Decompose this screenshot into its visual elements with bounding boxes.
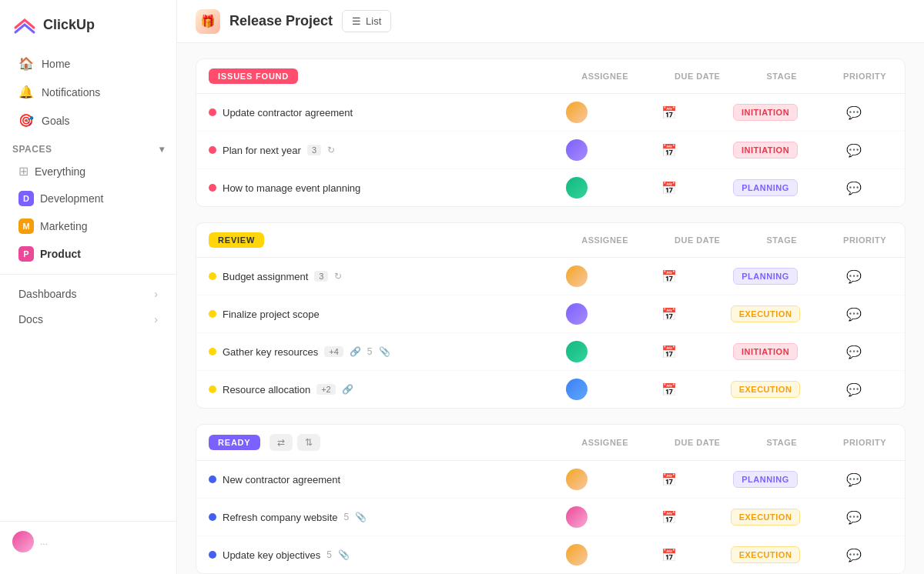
task-row[interactable]: Finalize project scope 📅 EXECUTION 💬 [196,295,905,333]
col-duedate-2: DUE DATE [675,438,720,447]
cycle-icon: ↻ [327,145,335,155]
main-content: 🎁 Release Project ☰ List ISSUES FOUND AS… [177,0,924,574]
home-icon: 🏠 [18,56,34,71]
docs-label: Docs [18,313,43,325]
sidebar-item-marketing[interactable]: M Marketing [6,213,170,239]
task-dot [209,513,216,521]
col-stage-1: STAGE [766,235,797,245]
task-dot [209,184,216,192]
stage-badge: EXECUTION [731,305,801,322]
dashboards-label: Dashboards [18,288,77,300]
task-row[interactable]: Gather key resources +4 🔗 5 📎 📅 INITIATI… [196,333,905,371]
nav-home[interactable]: 🏠 Home [6,50,170,77]
comment-icon: 💬 [846,382,862,397]
avatar [566,177,588,199]
comment-icon: 💬 [846,143,862,158]
nav-goals-label: Goals [42,115,70,127]
chevron-down-icon: ▾ [159,144,165,155]
link-icon: 🔗 [350,346,361,357]
calendar-icon: 📅 [661,548,677,562]
task-extra: +2 [316,384,336,395]
task-row[interactable]: How to manage event planning 📅 PLANNING … [196,169,905,206]
sort-btn[interactable]: ⇅ [297,434,320,451]
list-view-tab[interactable]: ☰ List [342,10,391,32]
task-name-text: New contractor agreement [223,474,340,486]
stage-badge: PLANNING [733,179,797,196]
bottom-nav: Dashboards › Docs › [0,274,176,332]
filter-btn[interactable]: ⇄ [270,434,293,451]
avatar [566,102,588,123]
task-dot [209,310,216,318]
task-row[interactable]: Refresh company website 5 📎 📅 EXECUTION … [196,499,905,536]
attachment-count: 5 [326,549,332,560]
cycle-icon: ↻ [334,271,342,282]
task-name-text: Finalize project scope [223,309,320,320]
task-row[interactable]: Update key objectives 5 📎 📅 EXECUTION 💬 [196,536,905,573]
comment-icon: 💬 [846,181,862,195]
top-bar: 🎁 Release Project ☰ List [177,0,924,43]
product-label: Product [40,248,81,260]
sidebar-item-everything[interactable]: ⊞ Everything [6,159,170,184]
avatar [566,469,588,490]
task-row[interactable]: Resource allocation +2 🔗 📅 EXECUTION 💬 [196,371,905,408]
nav-goals[interactable]: 🎯 Goals [6,107,170,134]
development-dot: D [18,191,34,206]
chevron-right-icon-docs: › [154,313,158,325]
sidebar-item-development[interactable]: D Development [6,185,170,212]
section-issues-header: ISSUES FOUND ASSIGNEE DUE DATE STAGE PRI… [196,59,905,94]
user-area: ... [0,521,176,562]
attachment-count: 5 [344,512,350,522]
stage-badge: INITIATION [733,343,798,360]
task-dot [209,348,216,355]
nav-notifications-label: Notifications [42,86,100,98]
section-review: REVIEW ASSIGNEE DUE DATE STAGE PRIORITY … [196,222,906,409]
comment-icon: 💬 [846,548,862,562]
paperclip-icon: 📎 [355,512,367,522]
stage-badge: EXECUTION [731,381,801,398]
logo[interactable]: ClickUp [0,12,176,49]
app-name: ClickUp [43,17,95,33]
nav-dashboards[interactable]: Dashboards › [6,282,170,306]
stage-badge: INITIATION [733,142,798,159]
col-stage-0: STAGE [766,72,797,81]
list-label: List [366,15,381,27]
paperclip-icon: 📎 [338,549,350,560]
marketing-dot: M [18,219,34,234]
task-count: 3 [314,271,328,282]
sidebar-item-product[interactable]: P Product [6,241,170,267]
calendar-icon: 📅 [661,269,677,284]
attachment-count: 5 [367,346,373,357]
task-row[interactable]: New contractor agreement 📅 PLANNING 💬 [196,461,905,499]
goals-icon: 🎯 [18,113,34,128]
col-stage-2: STAGE [766,438,797,447]
nav-notifications[interactable]: 🔔 Notifications [6,78,170,105]
comment-icon: 💬 [846,105,862,120]
user-name: ... [40,536,48,547]
task-name-text: Gather key resources [223,346,318,358]
avatar [566,139,588,161]
task-name-text: How to manage event planning [223,182,360,194]
nav-docs[interactable]: Docs › [6,307,170,332]
marketing-label: Marketing [40,220,87,232]
avatar [566,544,588,566]
task-dot [209,385,216,393]
task-dot [209,272,216,280]
comment-icon: 💬 [846,269,862,284]
comment-icon: 💬 [846,307,862,322]
task-dot [209,146,216,154]
task-name-text: Update contractor agreement [223,107,353,118]
task-name-text: Budget assignment [223,271,308,282]
stage-badge: EXECUTION [731,546,801,563]
task-row[interactable]: Update contractor agreement 📅 INITIATION… [196,94,905,132]
everything-label: Everything [35,165,85,178]
calendar-icon: 📅 [661,181,677,195]
ready-badge: READY [209,435,260,450]
task-dot [209,108,216,116]
task-count: 3 [307,145,321,155]
col-duedate-0: DUE DATE [675,72,720,81]
task-row[interactable]: Budget assignment 3 ↻ 📅 PLANNING 💬 [196,258,905,295]
task-row[interactable]: Plan for next year 3 ↻ 📅 INITIATION 💬 [196,132,905,169]
sidebar: ClickUp 🏠 Home 🔔 Notifications 🎯 Goals S… [0,0,177,574]
col-assignee-0: ASSIGNEE [581,72,628,81]
avatar [566,506,588,528]
